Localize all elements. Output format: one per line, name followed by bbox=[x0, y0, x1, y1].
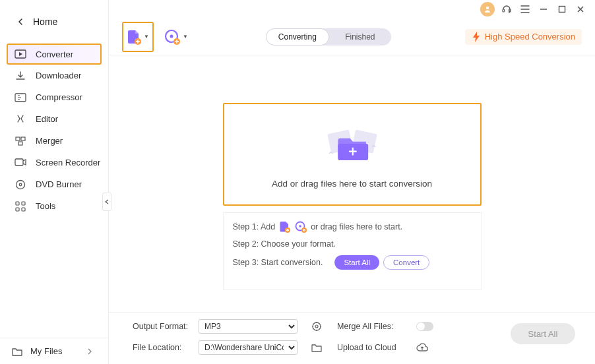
tab-label: Finished bbox=[345, 32, 375, 42]
sidebar-item-label: Compressor bbox=[36, 92, 82, 102]
sidebar-item-label: Screen Recorder bbox=[36, 158, 100, 167]
dropzone[interactable]: Add or drag files here to start conversi… bbox=[223, 103, 482, 206]
nav-list: Converter Downloader Compressor Editor bbox=[0, 40, 108, 338]
output-format-label: Output Format: bbox=[133, 322, 192, 331]
svg-rect-12 bbox=[22, 208, 25, 211]
sidebar-item-label: Editor bbox=[36, 114, 58, 124]
svg-point-29 bbox=[315, 325, 318, 328]
svg-rect-6 bbox=[15, 159, 23, 166]
merger-icon bbox=[15, 135, 26, 147]
merge-toggle[interactable] bbox=[416, 322, 433, 331]
main-area: ▼ ▼ Converting Finished Hi bbox=[109, 0, 595, 364]
high-speed-button[interactable]: High Speed Conversion bbox=[465, 29, 582, 45]
upload-cloud-label: Upload to Cloud bbox=[337, 343, 410, 352]
svg-point-13 bbox=[486, 7, 489, 9]
svg-point-28 bbox=[313, 322, 321, 330]
start-all-label: Start All bbox=[344, 258, 370, 266]
svg-rect-5 bbox=[18, 142, 22, 145]
content-area: Add or drag files here to start conversi… bbox=[109, 55, 595, 312]
compressor-icon bbox=[15, 92, 26, 104]
chevron-down-icon: ▼ bbox=[144, 34, 149, 40]
toolbar: ▼ ▼ Converting Finished Hi bbox=[109, 18, 595, 55]
high-speed-label: High Speed Conversion bbox=[485, 32, 575, 42]
convert-pill[interactable]: Convert bbox=[383, 255, 429, 270]
dvd-burner-icon bbox=[15, 179, 26, 191]
sidebar-item-compressor[interactable]: Compressor bbox=[0, 86, 108, 108]
add-dvd-button[interactable]: ▼ bbox=[160, 22, 192, 52]
my-files-label: My Files bbox=[30, 346, 62, 356]
close-icon[interactable] bbox=[574, 3, 587, 16]
svg-point-19 bbox=[170, 34, 173, 38]
tools-icon bbox=[15, 200, 26, 212]
svg-rect-9 bbox=[16, 202, 19, 205]
format-settings-icon[interactable] bbox=[311, 320, 323, 332]
tab-label: Converting bbox=[278, 32, 317, 42]
step-3: Step 3: Start conversion. Start All Conv… bbox=[233, 255, 472, 270]
editor-icon bbox=[15, 113, 26, 125]
sidebar-item-tools[interactable]: Tools bbox=[0, 195, 108, 217]
merge-label: Merge All Files: bbox=[337, 322, 410, 331]
titlebar bbox=[109, 0, 595, 18]
svg-rect-10 bbox=[22, 202, 25, 205]
start-all-button[interactable]: Start All bbox=[511, 323, 575, 344]
step-3-text: Step 3: Start conversion. bbox=[233, 258, 323, 267]
svg-rect-16 bbox=[559, 7, 565, 13]
open-folder-icon[interactable] bbox=[311, 342, 323, 353]
dropzone-graphic bbox=[319, 121, 385, 167]
minimize-icon[interactable] bbox=[537, 3, 550, 16]
home-label: Home bbox=[33, 16, 57, 27]
sidebar-item-label: DVD Burner bbox=[36, 179, 82, 189]
step-2-text: Step 2: Choose your format. bbox=[233, 239, 336, 249]
output-format-select[interactable]: MP3 bbox=[199, 319, 298, 334]
step-2: Step 2: Choose your format. bbox=[233, 239, 472, 249]
sidebar-item-dvd-burner[interactable]: DVD Burner bbox=[0, 173, 108, 195]
step-1-text-a: Step 1: Add bbox=[233, 222, 276, 231]
sidebar-item-label: Converter bbox=[36, 49, 73, 59]
sidebar: Home Converter Downloader Compressor bbox=[0, 0, 109, 364]
sidebar-item-label: Merger bbox=[36, 136, 63, 146]
svg-rect-4 bbox=[21, 137, 25, 140]
sidebar-item-merger[interactable]: Merger bbox=[0, 130, 108, 152]
footer: Output Format: MP3 Merge All Files: File… bbox=[109, 312, 595, 364]
folder-icon bbox=[12, 347, 22, 356]
svg-point-8 bbox=[19, 183, 22, 186]
svg-rect-14 bbox=[503, 9, 505, 12]
my-files-button[interactable]: My Files bbox=[0, 338, 108, 364]
steps-panel: Step 1: Add or drag files here to start.… bbox=[223, 212, 482, 290]
add-dvd-icon bbox=[295, 221, 307, 233]
tab-finished[interactable]: Finished bbox=[329, 28, 391, 46]
file-location-label: File Location: bbox=[133, 343, 192, 352]
start-all-pill[interactable]: Start All bbox=[334, 255, 379, 270]
sidebar-item-label: Tools bbox=[36, 201, 55, 211]
sidebar-collapse-handle[interactable] bbox=[102, 193, 111, 211]
add-file-icon bbox=[127, 29, 141, 45]
tab-converting[interactable]: Converting bbox=[266, 28, 329, 46]
menu-icon[interactable] bbox=[518, 3, 532, 16]
svg-rect-3 bbox=[16, 137, 20, 140]
start-all-button-label: Start All bbox=[528, 329, 558, 339]
add-dvd-icon bbox=[164, 29, 180, 45]
chevron-right-icon bbox=[87, 348, 92, 355]
file-location-select[interactable]: D:\Wondershare UniConverter 1 bbox=[199, 340, 298, 355]
lightning-icon bbox=[472, 32, 481, 42]
status-tabs: Converting Finished bbox=[266, 28, 391, 46]
step-1: Step 1: Add or drag files here to start. bbox=[233, 221, 472, 233]
sidebar-item-editor[interactable]: Editor bbox=[0, 108, 108, 130]
user-avatar[interactable] bbox=[480, 2, 495, 16]
sidebar-item-label: Downloader bbox=[36, 71, 81, 80]
svg-marker-1 bbox=[19, 52, 22, 56]
maximize-icon[interactable] bbox=[555, 3, 569, 16]
add-file-button[interactable]: ▼ bbox=[122, 22, 154, 52]
sidebar-item-screen-recorder[interactable]: Screen Recorder bbox=[0, 152, 108, 173]
add-file-icon bbox=[279, 221, 291, 233]
svg-point-7 bbox=[16, 180, 25, 189]
svg-point-26 bbox=[299, 225, 301, 228]
support-icon[interactable] bbox=[500, 3, 513, 16]
cloud-icon[interactable] bbox=[416, 342, 428, 353]
convert-label: Convert bbox=[393, 258, 420, 266]
home-button[interactable]: Home bbox=[0, 0, 108, 40]
dropzone-text: Add or drag files here to start conversi… bbox=[272, 179, 432, 189]
sidebar-item-converter[interactable]: Converter bbox=[7, 44, 102, 65]
back-icon bbox=[17, 18, 24, 25]
sidebar-item-downloader[interactable]: Downloader bbox=[0, 65, 108, 86]
